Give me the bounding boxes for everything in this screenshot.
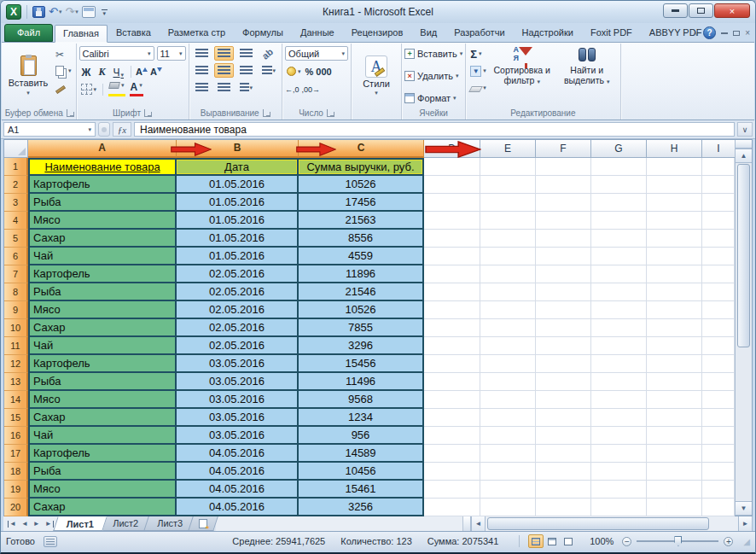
merge-center-button[interactable]: ▾ [259,63,280,78]
cell-I9[interactable] [702,301,735,319]
row-header-4[interactable]: 4 [4,212,28,230]
cell-C17[interactable]: 14589 [299,445,424,463]
cell-C2[interactable]: 10526 [299,176,424,194]
cell-G10[interactable] [591,319,647,337]
workbook-close-button[interactable]: × [745,28,750,38]
maximize-button[interactable] [689,3,713,18]
ribbon-tab-foxit-pdf[interactable]: Foxit PDF [582,24,641,42]
align-left-button[interactable] [192,63,212,78]
row-header-16[interactable]: 16 [4,427,28,445]
cell-B9[interactable]: 02.05.2016 [177,301,299,319]
scroll-down-button[interactable]: ▼ [736,501,752,516]
vertical-scrollbar[interactable]: ▲ ▼ [735,140,752,516]
cell-B13[interactable]: 03.05.2016 [177,373,299,391]
redo-button[interactable]: ↷▾ [65,6,78,18]
normal-view-button[interactable] [528,534,544,548]
cell-G8[interactable] [591,283,647,301]
cell-E16[interactable] [480,427,536,445]
cell-B10[interactable]: 02.05.2016 [177,319,299,337]
cell-E6[interactable] [480,248,536,265]
cell-C15[interactable]: 1234 [299,409,424,427]
ribbon-tab-данные[interactable]: Данные [292,24,343,42]
cell-G1[interactable] [591,158,647,176]
scroll-up-button[interactable]: ▲ [736,149,752,163]
last-sheet-button[interactable]: ► [44,520,55,528]
cell-B6[interactable]: 01.05.2016 [177,248,299,265]
row-header-11[interactable]: 11 [4,337,28,355]
paste-button[interactable]: Вставить ▾ [6,45,50,107]
format-painter-button[interactable] [54,79,73,95]
cell-I11[interactable] [702,337,735,355]
font-color-button[interactable]: А▾ [129,82,144,96]
column-header-H[interactable]: H [647,140,702,158]
scroll-right-button[interactable]: ► [738,516,753,531]
cell-I20[interactable] [702,499,735,516]
row-header-14[interactable]: 14 [4,391,28,409]
cell-H11[interactable] [647,337,702,355]
cell-H10[interactable] [647,319,702,337]
cell-C6[interactable]: 4559 [299,248,424,265]
cell-H5[interactable] [647,230,702,248]
row-header-9[interactable]: 9 [4,301,28,319]
fill-color-button[interactable]: ▾ [108,82,126,96]
cell-C19[interactable]: 15461 [299,481,424,499]
page-break-view-button[interactable] [561,534,576,548]
cell-E4[interactable] [480,212,536,230]
cell-H3[interactable] [647,194,702,212]
cell-C10[interactable]: 7855 [299,319,424,337]
cell-A14[interactable]: Мясо [28,391,177,409]
wrap-text-button[interactable]: ▾ [236,80,257,95]
cell-E1[interactable] [480,158,536,176]
cell-F19[interactable] [536,481,591,499]
cell-G19[interactable] [591,481,647,499]
cell-D14[interactable] [424,391,480,409]
cell-A16[interactable]: Чай [28,427,177,445]
cell-F16[interactable] [536,427,591,445]
cell-D12[interactable] [424,355,480,373]
cell-B15[interactable]: 03.05.2016 [177,409,299,427]
cell-A18[interactable]: Рыба [28,463,177,481]
first-sheet-button[interactable]: ◄ [6,520,18,528]
cell-E13[interactable] [480,373,536,391]
cell-A5[interactable]: Сахар [28,230,177,248]
ribbon-tab-вставка[interactable]: Вставка [108,24,160,42]
cell-E17[interactable] [480,445,536,463]
cell-B14[interactable]: 03.05.2016 [177,391,299,409]
cell-F20[interactable] [536,499,591,516]
cell-D13[interactable] [424,373,480,391]
row-header-2[interactable]: 2 [4,176,28,194]
insert-function-button[interactable]: ƒx [113,122,131,137]
cell-C20[interactable]: 3256 [299,499,424,516]
cell-C4[interactable]: 21563 [299,212,424,230]
column-header-I[interactable]: I [702,140,735,158]
cell-I18[interactable] [702,463,735,481]
cell-C9[interactable]: 10526 [299,301,424,319]
cell-H20[interactable] [647,499,702,516]
borders-button[interactable]: ▾ [79,82,99,97]
row-header-13[interactable]: 13 [4,373,28,391]
cell-A6[interactable]: Чай [28,248,177,265]
cell-G9[interactable] [591,301,647,319]
cell-E14[interactable] [480,391,536,409]
cell-G15[interactable] [591,409,647,427]
expand-formula-bar-button[interactable]: ∨ [737,122,753,137]
cell-D18[interactable] [424,463,480,481]
cell-I5[interactable] [702,230,735,248]
cell-E12[interactable] [480,355,536,373]
cell-H4[interactable] [647,212,702,230]
cell-C8[interactable]: 21546 [299,283,424,301]
cell-B20[interactable]: 04.05.2016 [177,499,299,516]
cell-E18[interactable] [480,463,536,481]
cell-G12[interactable] [591,355,647,373]
cell-F6[interactable] [536,248,591,265]
row-header-6[interactable]: 6 [4,248,28,265]
ribbon-tab-разметка-стр[interactable]: Разметка стр [160,24,234,42]
zoom-thumb[interactable] [674,536,682,546]
dialog-launcher-icon[interactable] [263,109,270,117]
cell-D9[interactable] [424,301,480,319]
styles-button[interactable]: А Стили ▾ [354,55,398,96]
copy-button[interactable]: ▾ [54,63,73,79]
cell-D16[interactable] [424,427,480,445]
cell-F11[interactable] [536,337,591,355]
cell-E5[interactable] [480,230,536,248]
